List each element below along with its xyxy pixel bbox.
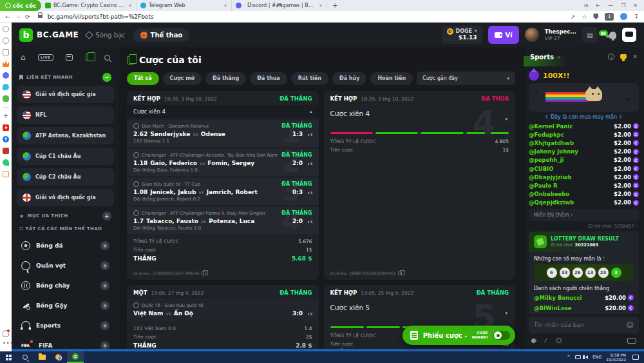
new-tab-button[interactable]: + bbox=[327, 2, 343, 9]
quick-bet-toggle[interactable] bbox=[493, 331, 510, 340]
messenger-icon[interactable] bbox=[3, 72, 9, 79]
info-icon[interactable]: i bbox=[608, 54, 614, 60]
sidebar-sport-item[interactable]: FIFA + bbox=[17, 335, 114, 349]
tab-search-icon[interactable]: ⊡ bbox=[584, 3, 589, 8]
username[interactable]: @Johnny Johnny bbox=[529, 148, 578, 155]
username[interactable]: @Paulo R bbox=[529, 182, 558, 189]
username[interactable]: @BIWinLose bbox=[534, 305, 572, 311]
stats-icon[interactable] bbox=[308, 220, 312, 223]
home-icon[interactable]: ⌂ bbox=[21, 54, 26, 61]
username[interactable]: @Qqepjdkziwb bbox=[529, 199, 574, 206]
downloads-tray-icon[interactable]: ↧ bbox=[634, 14, 639, 20]
chat-message-input[interactable] bbox=[534, 322, 627, 328]
live-icon[interactable]: LIVE bbox=[38, 54, 53, 61]
emoji-icon[interactable]: ☺ bbox=[627, 321, 634, 329]
bet-title-row[interactable]: Cược xiên 4 ▴ bbox=[127, 105, 319, 118]
expand-sport-button[interactable]: + bbox=[100, 241, 109, 250]
quick-link-item[interactable]: Giải vô địch quốc gia bbox=[17, 86, 114, 103]
quick-link-item[interactable]: ATP Astana, Kazakhstan bbox=[17, 127, 114, 144]
adblock-shield-icon[interactable] bbox=[593, 14, 598, 19]
expand-sport-button[interactable]: + bbox=[100, 301, 109, 310]
sidebar-sport-item[interactable]: Quần vợt + bbox=[17, 255, 114, 275]
filter-pill[interactable]: Đã thua bbox=[250, 72, 287, 85]
username[interactable]: @CUBIO bbox=[529, 166, 554, 172]
app-icon-red[interactable] bbox=[3, 148, 9, 154]
sidebar-sport-item[interactable]: Esports + bbox=[17, 315, 114, 335]
bet-leg[interactable]: 2 Challenger · ATP Challenger Alicante, … bbox=[127, 149, 319, 176]
facebook-icon[interactable]: f bbox=[3, 136, 9, 142]
browser-profile-avatar[interactable] bbox=[620, 13, 627, 20]
filter-pill[interactable]: Cược mở bbox=[163, 72, 202, 85]
rain-winner-row[interactable]: @Paulo R $2.00 C bbox=[529, 181, 639, 190]
sidebar-sport-item[interactable]: Bóng đá + bbox=[17, 235, 114, 255]
tab-close-icon[interactable]: ✕ bbox=[319, 3, 323, 8]
forward-button[interactable]: → bbox=[15, 14, 21, 20]
bet-slip-button[interactable]: Phiếu cược ▴ CƯỢC NHANH! bbox=[402, 326, 515, 345]
bell-icon[interactable] bbox=[609, 32, 616, 39]
rain-winner-row[interactable]: @Johnny Johnny $2.00 C bbox=[529, 148, 639, 156]
bcgame-logo[interactable]: b BC.GAME bbox=[19, 28, 79, 42]
stats-icon[interactable] bbox=[308, 162, 312, 165]
news-icon[interactable] bbox=[3, 49, 9, 55]
game-id-link[interactable]: ID trò chơi: 5258457 › bbox=[529, 224, 638, 229]
bet-leg[interactable]: 1 Đan Mạch · Denamrk Reserve ĐÃ THẮNG 2.… bbox=[127, 120, 319, 147]
bet-card-single-won[interactable]: MỘT 19:00, 27 thg 9, 2022 ĐÃ THẮNG Quốc … bbox=[127, 285, 319, 349]
taskbar-clock[interactable]: 9:58 PM 10/3/2022 bbox=[606, 353, 626, 362]
coccoc-taskbar-icon[interactable]: c bbox=[67, 351, 84, 363]
bookmark-star-icon[interactable]: ☆ bbox=[582, 14, 587, 20]
bet-leg[interactable]: 3 Giao hữu quốc tế · TT Cup ĐÃ THẮNG 1.0… bbox=[127, 178, 319, 205]
add-shortcut-icon[interactable]: + bbox=[3, 113, 9, 119]
nav-sports[interactable]: Thể thao bbox=[133, 28, 190, 42]
expand-sport-button[interactable]: + bbox=[100, 341, 109, 349]
rain-winner-row[interactable]: @CUBIO $2.00 C bbox=[529, 164, 639, 173]
window-close-button[interactable]: ✕ bbox=[633, 3, 638, 8]
expand-caret-icon[interactable]: ▾ bbox=[505, 117, 507, 122]
filter-pill[interactable]: Hoàn tiền bbox=[370, 72, 413, 85]
username[interactable]: @Fedupkpc bbox=[529, 132, 564, 138]
sidebar-sport-item[interactable]: Bóng Gậy + bbox=[17, 295, 114, 315]
chat-tab-sports[interactable]: Sports bbox=[530, 54, 554, 61]
rules-icon[interactable]: /. bbox=[544, 337, 548, 344]
gear-icon[interactable] bbox=[3, 26, 9, 32]
bet-card-combo-won[interactable]: KẾT HỢP 19:35, 3 thg 10, 2022 ĐÃ THẮNG C… bbox=[127, 91, 319, 280]
rain-winner-row[interactable]: @pepehh_ji $2.00 C bbox=[529, 156, 639, 164]
expand-sport-button[interactable]: + bbox=[100, 281, 109, 290]
copy-icon[interactable] bbox=[202, 271, 205, 275]
rain-icon[interactable] bbox=[531, 337, 537, 344]
username[interactable]: @pepehh_ji bbox=[529, 157, 564, 163]
rain-winner-row[interactable]: @Fedupkpc $2.00 C bbox=[529, 130, 639, 139]
gamepad-icon[interactable] bbox=[3, 95, 9, 102]
trophy-icon[interactable] bbox=[620, 54, 627, 59]
menu-button[interactable]: ▤ bbox=[582, 27, 598, 43]
more-dots-icon[interactable]: ••• bbox=[3, 342, 9, 348]
expand-sport-button[interactable]: + bbox=[100, 261, 109, 270]
lottery-winner-row[interactable]: @Anonymous... $20.00 C bbox=[529, 313, 639, 314]
nav-casino[interactable]: Sòng bạc bbox=[86, 32, 125, 39]
notifications-bell-icon[interactable] bbox=[3, 330, 9, 337]
filter-pill[interactable]: Đã hủy bbox=[332, 72, 367, 85]
filter-pill[interactable]: Đã thắng bbox=[205, 72, 246, 85]
tip-coin-icon[interactable] bbox=[556, 338, 562, 343]
chrome-icon[interactable] bbox=[50, 351, 67, 363]
quick-link-item[interactable]: Cúp C2 châu Âu bbox=[17, 168, 114, 186]
quick-link-item[interactable]: Cúp C1 châu Âu bbox=[17, 148, 114, 165]
network-icon[interactable] bbox=[575, 355, 581, 359]
reload-button[interactable]: ⟳ bbox=[25, 14, 30, 20]
wallet-button[interactable]: Ví bbox=[488, 26, 519, 44]
tab-close-icon[interactable]: ✕ bbox=[128, 3, 132, 8]
rain-winner-row[interactable]: @Onbabeebo $2.00 C bbox=[529, 190, 639, 199]
pin-sidebar-icon[interactable]: ⇤ bbox=[596, 3, 600, 8]
crown-icon[interactable] bbox=[3, 61, 9, 67]
sort-dropdown[interactable]: Cược gần đây ▾ bbox=[417, 72, 515, 85]
quick-link-item[interactable]: Giải vô địch quốc gia bbox=[17, 189, 114, 206]
quick-link-item[interactable]: NFL bbox=[17, 106, 114, 124]
rain-winner-row[interactable]: @Qqepjdkziwb $2.00 C bbox=[529, 199, 639, 207]
tray-expand-icon[interactable]: ⌃ bbox=[567, 355, 571, 360]
filter-pill[interactable]: Tất cả bbox=[127, 72, 159, 85]
rain-winner-row[interactable]: @Xhjtgatdhwb $2.00 C bbox=[529, 139, 639, 147]
browser-tab[interactable]: BC.Game: Crypto Casino Gan ✕ bbox=[41, 0, 137, 11]
username[interactable]: @Xhjtgatdhwb bbox=[529, 140, 574, 146]
rain-winner-row[interactable]: @Dbapjyjziwb $2.00 C bbox=[529, 173, 639, 181]
username[interactable]: @Milky Bonucci bbox=[534, 295, 582, 301]
bet-title-row[interactable]: Cược xiên 4 4 ▾ bbox=[324, 105, 516, 131]
